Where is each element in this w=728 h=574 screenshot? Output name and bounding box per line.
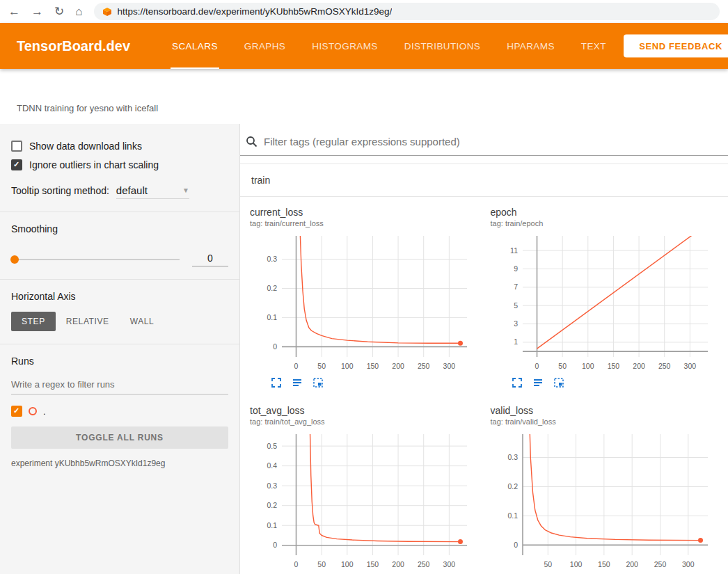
tab-scalars[interactable]: SCALARS xyxy=(171,23,219,69)
svg-text:250: 250 xyxy=(654,560,666,568)
svg-text:200: 200 xyxy=(633,362,645,370)
axis-step-button[interactable]: STEP xyxy=(11,312,56,331)
forward-icon[interactable]: → xyxy=(31,6,43,17)
svg-text:150: 150 xyxy=(607,362,619,370)
svg-text:0: 0 xyxy=(535,362,539,370)
runs-label: Runs xyxy=(11,356,228,367)
svg-text:250: 250 xyxy=(418,560,430,568)
train-section: train current_loss tag: train/current_lo… xyxy=(240,164,728,574)
svg-text:0.1: 0.1 xyxy=(507,511,518,520)
smoothing-control: 0 xyxy=(11,253,228,266)
ignore-outliers-label: Ignore outliers in chart scaling xyxy=(29,159,159,170)
chart-grid: current_loss tag: train/current_loss 00.… xyxy=(240,197,728,574)
app-logo: TensorBoard.dev xyxy=(17,38,130,54)
experiment-id: experiment yKUbhb5wRmOSXYkId1z9eg xyxy=(11,459,228,468)
chevron-down-icon: ▼ xyxy=(182,186,189,194)
chart-svg[interactable]: 1357911050100150200250300 xyxy=(491,230,715,375)
svg-text:300: 300 xyxy=(683,362,696,370)
svg-text:0.1: 0.1 xyxy=(267,521,277,529)
smoothing-label: Smoothing xyxy=(11,223,228,234)
search-icon xyxy=(246,136,258,148)
settings-sidebar: Show data download links Ignore outliers… xyxy=(0,124,240,574)
svg-text:11: 11 xyxy=(510,246,518,255)
svg-text:300: 300 xyxy=(443,362,456,370)
svg-text:100: 100 xyxy=(582,362,594,370)
chart-tag: tag: train/tot_avg_loss xyxy=(250,417,485,426)
toggle-all-runs-button[interactable]: TOGGLE ALL RUNS xyxy=(11,426,228,449)
svg-text:0: 0 xyxy=(294,560,299,568)
experiment-title-row: TDNN training for yesno with icefall xyxy=(0,69,728,124)
horizontal-axis-label: Horizontal Axis xyxy=(11,291,228,302)
svg-text:0.4: 0.4 xyxy=(267,461,277,470)
tab-graphs[interactable]: GRAPHS xyxy=(243,23,287,69)
svg-text:300: 300 xyxy=(443,560,456,568)
svg-text:7: 7 xyxy=(514,282,518,291)
ignore-outliers-row: Ignore outliers in chart scaling xyxy=(11,159,228,170)
chart-card: epoch tag: train/epoch 13579110501001502… xyxy=(491,207,726,388)
home-icon[interactable]: ⌂ xyxy=(75,6,82,17)
chart-svg[interactable]: 00.10.20.3050100150200250300 xyxy=(250,230,474,375)
svg-text:50: 50 xyxy=(558,362,567,370)
smoothing-slider[interactable] xyxy=(11,259,180,260)
reload-icon[interactable]: ↻ xyxy=(54,6,64,17)
back-icon[interactable]: ← xyxy=(8,6,20,17)
svg-text:0: 0 xyxy=(273,342,277,351)
site-favicon-icon xyxy=(102,7,112,17)
svg-text:0.3: 0.3 xyxy=(267,481,277,490)
tab-hparams[interactable]: HPARAMS xyxy=(505,23,556,69)
send-feedback-button[interactable]: SEND FEEDBACK xyxy=(624,35,728,58)
train-section-header[interactable]: train xyxy=(240,164,728,197)
svg-text:200: 200 xyxy=(392,560,404,568)
axis-wall-button[interactable]: WALL xyxy=(120,312,165,331)
svg-text:9: 9 xyxy=(514,264,518,273)
ignore-outliers-checkbox[interactable] xyxy=(11,159,22,170)
run-checkbox[interactable] xyxy=(11,406,22,417)
chart-title: current_loss xyxy=(250,207,485,218)
svg-text:0.2: 0.2 xyxy=(267,501,277,509)
app-header: TensorBoard.dev SCALARS GRAPHS HISTOGRAM… xyxy=(0,23,728,69)
runs-list-icon[interactable] xyxy=(292,377,303,388)
svg-text:5: 5 xyxy=(514,301,518,310)
chart-card: tot_avg_loss tag: train/tot_avg_loss 00.… xyxy=(250,405,485,574)
tab-text[interactable]: TEXT xyxy=(580,23,608,69)
runs-filter-input[interactable] xyxy=(11,375,228,394)
address-bar[interactable]: https://tensorboard.dev/experiment/yKUbh… xyxy=(94,3,720,20)
chart-tag: tag: train/epoch xyxy=(491,219,726,228)
axis-relative-button[interactable]: RELATIVE xyxy=(56,312,120,331)
fit-domain-icon[interactable] xyxy=(312,377,324,388)
chart-svg[interactable]: 00.10.20.350100150200250300 xyxy=(491,429,715,573)
smoothing-slider-thumb[interactable] xyxy=(10,255,19,264)
chart-card: current_loss tag: train/current_loss 00.… xyxy=(250,207,485,388)
svg-text:100: 100 xyxy=(341,560,354,568)
chart-tag: tag: train/valid_loss xyxy=(491,417,726,426)
tag-filter-row xyxy=(240,124,728,156)
svg-text:3: 3 xyxy=(514,319,518,328)
scalars-panel: train current_loss tag: train/current_lo… xyxy=(240,124,728,574)
svg-text:0.3: 0.3 xyxy=(267,255,277,263)
svg-text:1: 1 xyxy=(514,337,518,346)
show-download-links-checkbox[interactable] xyxy=(11,141,22,152)
chart-svg[interactable]: 00.10.20.30.40.5050100150200250300 xyxy=(250,429,474,573)
run-row: . xyxy=(11,406,228,417)
expand-chart-icon[interactable] xyxy=(512,377,523,388)
chart-toolbar xyxy=(512,377,726,388)
smoothing-value-input[interactable]: 0 xyxy=(192,253,228,266)
tab-distributions[interactable]: DISTRIBUTIONS xyxy=(403,23,482,69)
tooltip-sorting-select[interactable]: default ▼ xyxy=(116,184,189,199)
chart-tag: tag: train/current_loss xyxy=(250,219,485,228)
expand-chart-icon[interactable] xyxy=(271,377,282,388)
run-color-swatch xyxy=(29,407,37,415)
chart-title: epoch xyxy=(491,207,726,218)
url-text: https://tensorboard.dev/experiment/yKUbh… xyxy=(118,6,393,17)
tag-filter-input[interactable] xyxy=(264,136,722,148)
run-name: . xyxy=(43,406,46,417)
fit-domain-icon[interactable] xyxy=(553,377,564,388)
svg-text:200: 200 xyxy=(626,560,638,568)
svg-text:150: 150 xyxy=(367,560,379,568)
tab-histograms[interactable]: HISTOGRAMS xyxy=(310,23,379,69)
runs-list-icon[interactable] xyxy=(532,377,544,388)
svg-text:50: 50 xyxy=(544,560,552,568)
svg-text:0.2: 0.2 xyxy=(507,482,518,491)
tooltip-sorting-row: Tooltip sorting method: default ▼ xyxy=(11,184,228,199)
svg-text:0: 0 xyxy=(514,541,518,549)
